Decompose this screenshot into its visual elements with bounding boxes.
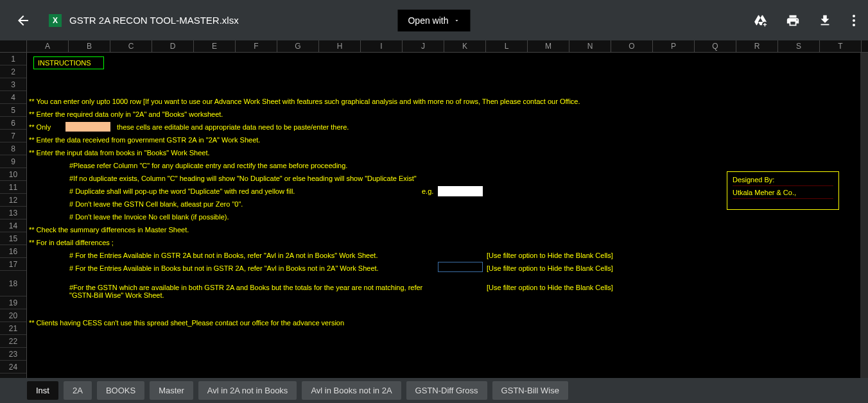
text-row-11: # Duplicate shall will pop-up the word "… — [69, 187, 295, 195]
row-header[interactable]: 10 — [0, 168, 26, 181]
row-header[interactable]: 21 — [0, 322, 26, 335]
row-header[interactable]: 3 — [0, 78, 26, 91]
text-row-18: #For the GSTN which are available in bot… — [69, 284, 429, 299]
designed-by-box: Designed By: Utkala Meher & Co., — [727, 171, 839, 210]
selected-cell-outline[interactable] — [438, 262, 483, 272]
sheet-tab[interactable]: GSTN-Bill Wise — [492, 381, 568, 400]
row-header-column: 123456789101112131415161718192021222324 — [0, 53, 27, 378]
text-row-16: # For the Entries Available in GSTR 2A b… — [69, 252, 378, 259]
row-header[interactable]: 9 — [0, 155, 26, 168]
row-header[interactable]: 11 — [0, 181, 26, 194]
sheet-tab[interactable]: GSTN-Diff Gross — [406, 381, 487, 400]
excel-file-icon: X — [49, 14, 62, 27]
text-row-6b: these cells are editable and appropriate… — [117, 123, 349, 131]
column-header[interactable]: E — [194, 40, 236, 52]
row-header[interactable]: 18 — [0, 271, 26, 296]
text-row-5: ** Enter the required data only in "2A" … — [29, 110, 223, 118]
text-row-4: ** You can enter only upto 1000 row [If … — [29, 98, 580, 105]
caret-down-icon — [454, 17, 460, 24]
download-icon[interactable] — [818, 13, 832, 28]
editable-cell-indicator — [65, 122, 110, 132]
text-row-17: # For the Entries Available in Books but… — [69, 264, 379, 272]
text-row-9: #Please refer Column "C" for any duplica… — [69, 162, 347, 169]
sheet-tab[interactable]: BOOKS — [97, 381, 144, 400]
top-action-bar — [754, 10, 855, 31]
text-row-20: ** Clients having CESS can't use this sp… — [29, 319, 344, 327]
instructions-cell[interactable]: INSTRUCTIONS — [33, 56, 104, 69]
add-to-drive-icon[interactable] — [754, 13, 768, 28]
column-header[interactable]: N — [569, 40, 611, 52]
row-header[interactable]: 5 — [0, 104, 26, 117]
column-header[interactable]: D — [152, 40, 194, 52]
column-header[interactable]: B — [69, 40, 110, 52]
designed-by-name: Utkala Meher & Co., — [733, 189, 833, 199]
sheet-tab[interactable]: Avl in Books not in 2A — [302, 381, 401, 400]
row-header[interactable]: 16 — [0, 245, 26, 258]
text-row-7: ** Enter the data received from governme… — [29, 136, 260, 144]
column-header[interactable]: A — [27, 40, 69, 52]
more-options-icon[interactable] — [850, 10, 855, 31]
text-row-10: #If no duplicate exists, Column "C" head… — [69, 175, 417, 182]
text-row-11-eg: e.g. — [422, 187, 433, 195]
text-row-18-hint: [Use filter option to Hide the Blank Cel… — [487, 284, 613, 291]
column-header[interactable]: S — [778, 40, 820, 52]
text-row-14: ** Check the summary differences in Mast… — [29, 226, 189, 234]
vertical-scrollbar[interactable] — [860, 53, 868, 378]
column-header[interactable]: C — [110, 40, 152, 52]
grid-body[interactable]: 123456789101112131415161718192021222324 … — [0, 53, 868, 378]
row-header[interactable]: 17 — [0, 258, 26, 271]
row-header[interactable]: 4 — [0, 91, 26, 104]
column-header[interactable]: L — [486, 40, 528, 52]
row-header[interactable]: 23 — [0, 348, 26, 361]
row-header[interactable]: 22 — [0, 335, 26, 348]
sheet-tab[interactable]: Avl in 2A not in Books — [198, 381, 297, 400]
column-header-row: ABCDEFGHIJKLMNOPQRST — [0, 40, 868, 53]
text-row-6a: ** Only — [29, 123, 51, 131]
column-header[interactable]: P — [653, 40, 695, 52]
row-header[interactable]: 7 — [0, 130, 26, 142]
text-row-15: ** For in detail differences ; — [29, 239, 114, 246]
back-arrow-icon[interactable] — [15, 13, 31, 28]
spreadsheet-area: ABCDEFGHIJKLMNOPQRST 1234567891011121314… — [0, 40, 868, 378]
column-header[interactable]: M — [528, 40, 569, 52]
sheet-tab[interactable]: 2A — [64, 381, 92, 400]
text-row-12: # Don't leave the GSTN Cell blank, atlea… — [69, 200, 243, 208]
row-header[interactable]: 14 — [0, 219, 26, 232]
designed-by-label: Designed By: — [733, 176, 833, 186]
row-header[interactable]: 6 — [0, 117, 26, 130]
column-header[interactable]: O — [611, 40, 653, 52]
column-header[interactable]: J — [403, 40, 444, 52]
row-header[interactable]: 24 — [0, 361, 26, 373]
row-header[interactable]: 1 — [0, 53, 26, 65]
open-with-label: Open with — [408, 15, 448, 26]
column-header[interactable]: R — [736, 40, 778, 52]
sheet-tab-bar: Inst2ABOOKSMasterAvl in 2A not in BooksA… — [0, 378, 868, 403]
column-header[interactable]: G — [277, 40, 319, 52]
text-row-13: # Don't leave the Invoice No cell blank … — [69, 213, 229, 221]
select-all-corner[interactable] — [0, 40, 27, 52]
text-row-8: ** Enter the input data from books in "B… — [29, 149, 210, 157]
cell-content-area[interactable]: INSTRUCTIONS ** You can enter only upto … — [27, 53, 868, 378]
row-header[interactable]: 19 — [0, 296, 26, 309]
example-white-cell — [438, 186, 483, 196]
print-icon[interactable] — [786, 13, 800, 28]
column-header[interactable]: T — [820, 40, 862, 52]
column-header[interactable]: Q — [695, 40, 736, 52]
sheet-tab[interactable]: Inst — [27, 381, 58, 400]
row-header[interactable]: 12 — [0, 194, 26, 207]
column-header[interactable]: F — [236, 40, 277, 52]
text-row-17-hint: [Use filter option to Hide the Blank Cel… — [487, 264, 613, 272]
filename-label: GSTR 2A RECON TOOL-MASTER.xlsx — [69, 15, 239, 26]
text-row-16-hint: [Use filter option to Hide the Blank Cel… — [487, 252, 613, 259]
row-header[interactable]: 20 — [0, 309, 26, 322]
column-header[interactable]: K — [444, 40, 486, 52]
column-header[interactable]: H — [319, 40, 361, 52]
top-bar: X GSTR 2A RECON TOOL-MASTER.xlsx Open wi… — [0, 0, 868, 40]
row-header[interactable]: 15 — [0, 232, 26, 245]
column-header[interactable]: I — [361, 40, 403, 52]
row-header[interactable]: 8 — [0, 142, 26, 155]
open-with-button[interactable]: Open with — [397, 10, 470, 31]
row-header[interactable]: 13 — [0, 207, 26, 219]
sheet-tab[interactable]: Master — [150, 381, 193, 400]
row-header[interactable]: 2 — [0, 65, 26, 78]
